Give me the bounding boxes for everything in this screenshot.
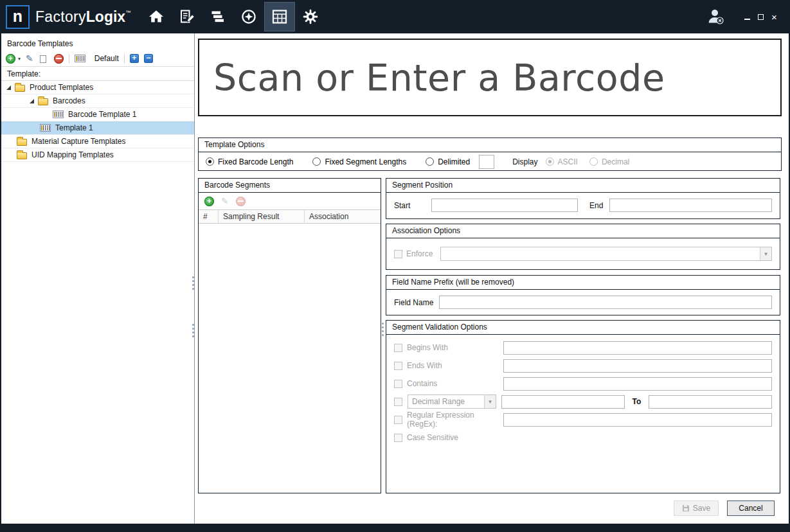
display-label: Display	[512, 157, 537, 166]
range-from-input[interactable]	[501, 395, 625, 409]
chevron-down-icon[interactable]: ▼	[760, 247, 771, 260]
ends-with-input[interactable]	[503, 359, 772, 373]
sidebar-splitter[interactable]	[192, 324, 194, 337]
user-account-button[interactable]	[706, 8, 725, 26]
add-template-button[interactable]	[6, 54, 15, 64]
toolbar-separator	[124, 54, 125, 64]
tree-item-barcode-template-1[interactable]: Barcode Template 1	[1, 108, 194, 121]
home-icon	[148, 8, 165, 25]
range-type-combobox[interactable]: Decimal Range ▼	[408, 395, 496, 409]
folder-icon	[17, 152, 27, 159]
group-title: Field Name Prefix (will be removed)	[386, 276, 780, 290]
segment-validation-body: Begins With Ends With	[386, 335, 780, 447]
remove-template-button[interactable]	[54, 54, 64, 64]
field-name-label: Field Name	[394, 298, 439, 307]
segments-splitter[interactable]	[382, 323, 384, 336]
segments-table-header: # Sampling Result Association	[199, 209, 381, 224]
folder-icon	[38, 98, 48, 105]
range-to-input[interactable]	[649, 395, 772, 409]
sidebar-splitter[interactable]	[192, 276, 194, 290]
template-options-group: Template Options Fixed Barcode Length Fi…	[198, 137, 782, 171]
titlebar-right: ×	[706, 8, 790, 26]
radio-delimited[interactable]	[426, 157, 434, 166]
enforce-checkbox[interactable]	[394, 250, 402, 258]
end-input[interactable]	[609, 199, 772, 212]
maximize-button[interactable]	[754, 10, 768, 23]
association-combobox[interactable]: ▼	[440, 247, 772, 261]
tree-item-barcodes[interactable]: Barcodes	[1, 94, 194, 108]
nav-production[interactable]	[233, 2, 264, 31]
radio-fixed-segment-lengths[interactable]	[312, 157, 321, 166]
sidebar-title: Barcode Templates	[1, 33, 194, 51]
expand-all-button[interactable]: +	[130, 54, 139, 63]
tree-item-label: Barcode Template 1	[68, 110, 137, 119]
radio-ascii[interactable]	[546, 157, 554, 166]
tree-item-uid-mapping-templates[interactable]: UID Mapping Templates	[1, 148, 194, 162]
save-button-label: Save	[693, 504, 710, 513]
edit-template-button[interactable]: ✎	[26, 54, 33, 63]
ends-with-checkbox[interactable]	[394, 362, 402, 370]
contains-checkbox[interactable]	[394, 380, 402, 388]
copy-template-button[interactable]	[40, 55, 46, 63]
case-sensitive-label: Case Sensitive	[407, 433, 458, 442]
segment-position-group: Segment Position Start End	[386, 178, 780, 219]
radio-label: Delimited	[438, 157, 470, 166]
regex-input[interactable]	[503, 413, 772, 427]
barcode-icon	[40, 124, 51, 132]
edit-segment-button[interactable]: ✎	[221, 197, 229, 206]
save-button[interactable]: Save	[674, 501, 719, 516]
ends-with-row: Ends With	[386, 357, 780, 375]
regex-checkbox[interactable]	[394, 416, 402, 424]
combobox-value: Decimal Range	[408, 395, 484, 408]
barcode-icon	[75, 55, 85, 62]
brand-part2: Logix	[86, 8, 125, 25]
tree-item-material-capture-templates[interactable]: Material Capture Templates	[1, 135, 194, 148]
begins-with-checkbox[interactable]	[394, 344, 402, 352]
nav-documents[interactable]	[172, 2, 202, 31]
document-pencil-icon	[179, 8, 195, 25]
close-button[interactable]: ×	[768, 10, 781, 23]
nav-materials[interactable]	[202, 2, 233, 31]
sidebar: Barcode Templates ▾ ✎ Default + − Templa…	[1, 33, 195, 524]
set-default-button[interactable]: Default	[94, 54, 119, 63]
field-name-input[interactable]	[439, 296, 772, 309]
contains-row: Contains	[386, 375, 780, 393]
association-row: Enforce ▼	[386, 238, 780, 261]
start-input[interactable]	[431, 199, 578, 212]
nav-home[interactable]	[141, 2, 172, 31]
barcode-scan-box[interactable]: Scan or Enter a Barcode	[198, 39, 782, 116]
end-label: End	[589, 201, 603, 210]
range-row: Decimal Range ▼ To	[386, 393, 780, 411]
radio-fixed-barcode-length[interactable]	[206, 157, 214, 166]
tree-item-label: Template 1	[55, 123, 93, 132]
tree-item-product-templates[interactable]: Product Templates	[1, 81, 194, 94]
nav-settings[interactable]	[295, 2, 326, 31]
main-nav	[141, 0, 326, 33]
content-area: Barcode Templates ▾ ✎ Default + − Templa…	[1, 33, 789, 524]
expander-icon[interactable]	[6, 85, 11, 90]
chevron-down-icon[interactable]: ▼	[484, 395, 496, 408]
save-icon	[682, 504, 690, 512]
gear-icon	[302, 8, 319, 25]
radio-decimal[interactable]	[589, 157, 598, 166]
case-sensitive-checkbox[interactable]	[394, 434, 402, 442]
collapse-all-button[interactable]: −	[144, 54, 153, 63]
template-options-row: Fixed Barcode Length Fixed Segment Lengt…	[199, 152, 781, 171]
nav-templates[interactable]	[264, 2, 295, 31]
range-checkbox[interactable]	[394, 398, 402, 406]
minimize-button[interactable]	[741, 10, 754, 23]
expander-icon[interactable]	[30, 99, 34, 103]
delimiter-input[interactable]	[479, 155, 494, 169]
cancel-button-label: Cancel	[739, 504, 762, 513]
radio-label: Fixed Segment Lengths	[325, 157, 406, 166]
begins-with-input[interactable]	[503, 341, 772, 355]
tree-item-template-1-selected[interactable]: Template 1	[1, 121, 194, 135]
begins-with-label: Begins With	[407, 343, 448, 352]
add-segment-button[interactable]	[204, 197, 214, 206]
template-tree: Product Templates Barcodes Barcode Templ…	[1, 81, 194, 162]
cancel-button[interactable]: Cancel	[727, 501, 775, 516]
contains-input[interactable]	[503, 377, 772, 391]
templates-grid-icon	[271, 8, 288, 25]
remove-segment-button[interactable]	[236, 197, 246, 206]
add-template-dropdown-caret[interactable]: ▾	[18, 56, 21, 62]
